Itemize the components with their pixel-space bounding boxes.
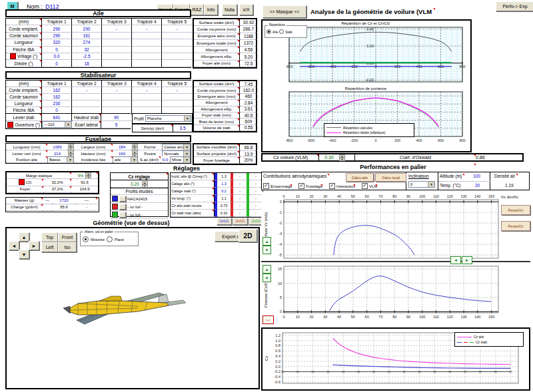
- aile-value[interactable]: 18: [72, 60, 102, 67]
- aile-value[interactable]: 0: [42, 47, 72, 53]
- masses-dash-right[interactable]: —: [76, 198, 97, 204]
- profil-pick-button[interactable]: [119, 204, 126, 210]
- calcu-aile-button[interactable]: Calcu aile: [346, 173, 374, 182]
- profil-pick-button[interactable]: [119, 212, 126, 218]
- stab-value[interactable]: 230: [42, 100, 72, 107]
- derive-value[interactable]: 3.5: [173, 124, 192, 132]
- ecart-lateral-value[interactable]: 5: [101, 121, 131, 128]
- aile-value: -: [102, 25, 132, 32]
- profil-name[interactable]: NACA2415: [127, 197, 147, 201]
- geometrie-viewport[interactable]: Top Front Left Iso Altern. vol en palier…: [5, 227, 260, 389]
- aile-value[interactable]: 320: [42, 39, 72, 46]
- altitude-value[interactable]: 100: [473, 174, 480, 178]
- fus-forme-dropdown[interactable]: Caisse arrondie: [162, 144, 191, 150]
- checkbox-fuselage[interactable]: [298, 183, 304, 189]
- dropdown-arrow-icon[interactable]: [183, 144, 190, 150]
- svg-text:40: 40: [337, 194, 341, 198]
- dropdown-arrow-icon[interactable]: [67, 157, 73, 162]
- radio-motorise[interactable]: [83, 236, 89, 242]
- fus-position-dropdown[interactable]: Basse: [47, 156, 74, 163]
- info-button[interactable]: Info: [204, 4, 218, 15]
- dropdown-arrow-icon[interactable]: [183, 157, 190, 162]
- scale-up-button-finesse[interactable]: [263, 265, 271, 274]
- profil-color-icon[interactable]: [112, 212, 118, 218]
- perfo-export-button[interactable]: Perfo-> Exp: [496, 1, 533, 11]
- masque-button[interactable]: >> Masque <<: [263, 5, 306, 18]
- aile-value[interactable]: 0.0: [42, 53, 72, 60]
- aile-value[interactable]: 32: [72, 47, 102, 53]
- fus-longueur-spinner[interactable]: [67, 144, 74, 150]
- fus-sac-value[interactable]: 0.0: [161, 156, 170, 163]
- checkbox-vlm[interactable]: [362, 183, 368, 189]
- ouverture-check-icon[interactable]: [7, 122, 13, 128]
- cz-voilure-spinner[interactable]: [339, 154, 345, 160]
- temp-value[interactable]: 20: [475, 183, 480, 188]
- cz-reglage-value[interactable]: 0.20: [111, 180, 168, 188]
- aile-value[interactable]: 290: [42, 25, 72, 32]
- checkbox-interaction[interactable]: [329, 183, 335, 189]
- fus-largeur-spinner[interactable]: [131, 144, 138, 150]
- checkbox-empennage[interactable]: [263, 183, 269, 189]
- view-2d-button[interactable]: 2D: [239, 229, 257, 242]
- aile-summary-label: Envergure totale (mm): [194, 40, 240, 47]
- cz-voilure-value[interactable]: 0.30: [319, 154, 339, 160]
- aile-value[interactable]: -2.5: [72, 53, 102, 60]
- profil-name[interactable]: - no foil -: [127, 205, 143, 209]
- dropdown-arrow-icon[interactable]: [65, 122, 71, 127]
- hauteur-stab-value[interactable]: 90: [101, 114, 131, 121]
- cg-check-icon[interactable]: [19, 179, 25, 185]
- view-up-button[interactable]: [19, 232, 29, 242]
- reglages-title: Réglages: [110, 165, 263, 172]
- view-left2-button[interactable]: Left: [41, 242, 58, 252]
- levier-stab-value[interactable]: 641: [42, 114, 72, 121]
- raz-button[interactable]: RAZ: [190, 4, 204, 15]
- aile-value[interactable]: 290: [72, 25, 102, 32]
- svg-text:0: 0: [282, 194, 284, 198]
- inclinaison-dropdown[interactable]: 0: [408, 181, 435, 188]
- scale-up-button-vz[interactable]: [263, 237, 271, 246]
- aile-value[interactable]: 161: [72, 33, 102, 39]
- scale-down-button-vz[interactable]: [263, 246, 271, 254]
- ouverture-dropdown[interactable]: ---110: [42, 121, 72, 128]
- masses-dash-left[interactable]: —: [43, 198, 52, 204]
- fus-largeur-value[interactable]: 184: [113, 144, 131, 150]
- stab-value[interactable]: 162: [42, 94, 72, 100]
- dropdown-arrow-icon[interactable]: [131, 157, 137, 162]
- pan-left-button[interactable]: [450, 256, 461, 264]
- scale-down-button-finesse[interactable]: [263, 274, 271, 282]
- dropdown-arrow-icon[interactable]: [184, 116, 191, 121]
- view-iso-button[interactable]: Iso: [58, 242, 77, 252]
- view-top-button[interactable]: Top: [41, 232, 58, 242]
- profil-color-icon[interactable]: [112, 204, 118, 210]
- profil-dropdown[interactable]: Planche: [145, 115, 191, 122]
- radio-plane[interactable]: [107, 236, 113, 242]
- view-right-button[interactable]: [29, 241, 39, 250]
- aile-value[interactable]: 0: [42, 60, 72, 67]
- dropdown-arrow-icon[interactable]: [183, 151, 190, 156]
- nota-button[interactable]: Nota: [222, 4, 237, 15]
- profil-name[interactable]: - no foil -: [127, 213, 143, 217]
- calcu-local-button[interactable]: Calcu local: [375, 173, 406, 182]
- fus-mixte-dropdown[interactable]: Mixte: [170, 156, 191, 163]
- fus-incidence-dropdown[interactable]: aile: [113, 156, 138, 163]
- masses-value[interactable]: 1720: [52, 198, 76, 204]
- radio-stab[interactable]: [279, 29, 284, 34]
- collapse-button[interactable]: >-<: [263, 315, 274, 324]
- fus-longueur-value[interactable]: 1083: [47, 144, 67, 150]
- profil-pick-button[interactable]: [119, 196, 126, 202]
- aile-value[interactable]: 274: [72, 39, 102, 46]
- radio-aile[interactable]: [266, 29, 271, 34]
- profil-color-icon[interactable]: [112, 196, 118, 202]
- pan-right-button[interactable]: [462, 256, 472, 264]
- view-front-button[interactable]: Front: [58, 232, 77, 242]
- reglages-value-1[interactable]: 1.3: [217, 180, 231, 188]
- stab-value[interactable]: 162: [42, 87, 72, 94]
- aile-check-icon[interactable]: [10, 53, 16, 59]
- xx-button[interactable]: x/X: [239, 4, 253, 15]
- view-left-button[interactable]: [9, 241, 19, 250]
- view-down-button[interactable]: [19, 250, 29, 259]
- reglages-value-1[interactable]: 0.2: [217, 188, 231, 195]
- dropdown-arrow-icon[interactable]: [428, 182, 434, 187]
- marge-value[interactable]: 5%: [71, 172, 98, 179]
- aile-value[interactable]: 290: [42, 33, 72, 39]
